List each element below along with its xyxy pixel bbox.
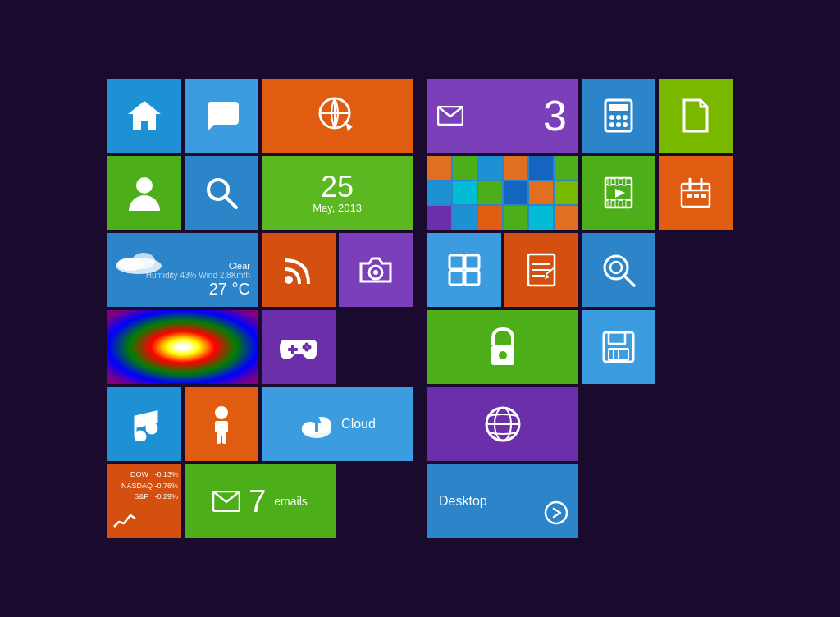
games-tile[interactable] bbox=[262, 310, 336, 384]
svg-rect-55 bbox=[687, 194, 692, 198]
mail-icon2 bbox=[437, 106, 463, 126]
stocks-tile[interactable]: DOW -0.13% NASDAQ -0.76% S&P -0.29% bbox=[107, 464, 181, 538]
svg-point-12 bbox=[373, 270, 378, 275]
tile-row: 3 bbox=[427, 79, 733, 153]
svg-point-40 bbox=[623, 122, 628, 127]
notepad-icon bbox=[527, 253, 556, 287]
temperature: 27 °C bbox=[146, 280, 250, 299]
svg-point-35 bbox=[609, 115, 614, 120]
svg-rect-34 bbox=[609, 104, 628, 111]
svg-rect-58 bbox=[450, 255, 463, 269]
date-tile[interactable]: 25 May, 2013 bbox=[262, 156, 413, 230]
tile-row: 25 May, 2013 bbox=[107, 156, 413, 230]
tile-group-right: 3 bbox=[427, 79, 733, 538]
svg-point-10 bbox=[285, 276, 293, 284]
svg-rect-25 bbox=[217, 434, 221, 444]
camera-tile[interactable] bbox=[339, 233, 413, 307]
tile-row bbox=[107, 79, 413, 153]
email7-tile[interactable]: 7 emails bbox=[185, 464, 336, 538]
svg-rect-45 bbox=[615, 178, 619, 185]
document-icon bbox=[682, 98, 709, 133]
svg-point-17 bbox=[305, 343, 309, 347]
svg-point-4 bbox=[136, 177, 153, 194]
search-tile[interactable] bbox=[185, 156, 258, 230]
home-tile[interactable] bbox=[107, 79, 181, 153]
date-display: 25 May, 2013 bbox=[306, 166, 368, 221]
svg-rect-24 bbox=[224, 421, 228, 432]
internet-tile[interactable] bbox=[262, 79, 413, 153]
svg-point-19 bbox=[135, 432, 145, 441]
svg-line-6 bbox=[226, 197, 236, 208]
stock-data: DOW -0.13% NASDAQ -0.76% S&P -0.29% bbox=[121, 469, 178, 503]
email-count: 7 bbox=[249, 486, 266, 517]
svg-marker-50 bbox=[615, 189, 625, 198]
svg-rect-14 bbox=[288, 348, 298, 351]
tile-row bbox=[427, 387, 733, 461]
globe-cursor-icon bbox=[317, 95, 358, 136]
rss-tile[interactable] bbox=[262, 233, 336, 307]
person2-icon bbox=[207, 404, 236, 444]
tile-row: Cloud bbox=[107, 387, 413, 461]
weather-tile[interactable]: Clear Humidity 43% Wind 2.8Km/h 27 °C bbox=[107, 233, 258, 307]
windows-icon bbox=[448, 254, 481, 286]
weather-detail: Humidity 43% Wind 2.8Km/h bbox=[146, 271, 250, 280]
cloud-upload-icon bbox=[299, 409, 335, 440]
desktop-tile[interactable]: Desktop bbox=[427, 464, 578, 538]
film-search-tile[interactable] bbox=[582, 233, 655, 307]
weather-condition: Clear bbox=[146, 261, 250, 271]
messaging-tile[interactable] bbox=[185, 79, 258, 153]
lock-tile[interactable] bbox=[427, 310, 578, 384]
svg-rect-48 bbox=[615, 199, 619, 207]
svg-point-18 bbox=[305, 348, 309, 352]
svg-point-39 bbox=[616, 122, 621, 127]
svg-rect-60 bbox=[450, 271, 463, 285]
day-number: 25 bbox=[313, 172, 362, 202]
svg-line-69 bbox=[624, 276, 634, 286]
mail-count-badge: 3 bbox=[543, 94, 567, 137]
svg-rect-26 bbox=[222, 434, 226, 444]
gamepad-icon bbox=[280, 333, 317, 361]
rss-icon bbox=[283, 254, 314, 286]
tile-row bbox=[427, 310, 733, 384]
tile-row bbox=[427, 233, 733, 307]
windows-tile[interactable] bbox=[427, 233, 501, 307]
film-icon bbox=[604, 176, 633, 209]
document-tile[interactable] bbox=[659, 79, 733, 153]
chat-icon bbox=[204, 100, 239, 131]
globe2-icon bbox=[483, 404, 523, 444]
tile-row: Desktop bbox=[427, 464, 733, 538]
month-year: May, 2013 bbox=[313, 202, 362, 214]
svg-rect-44 bbox=[608, 178, 611, 185]
svg-point-38 bbox=[609, 122, 614, 127]
svg-point-37 bbox=[623, 115, 628, 120]
people-tile[interactable] bbox=[107, 156, 181, 230]
arrow-icon bbox=[544, 500, 568, 528]
svg-point-36 bbox=[616, 115, 621, 120]
calendar-icon bbox=[680, 177, 711, 208]
svg-point-71 bbox=[499, 351, 507, 359]
film-search-icon bbox=[601, 253, 636, 287]
cloud-label: Cloud bbox=[341, 417, 376, 432]
globe2-tile[interactable] bbox=[427, 387, 578, 461]
tile-row: DOW -0.13% NASDAQ -0.76% S&P -0.29% 7 em… bbox=[107, 464, 413, 538]
music-icon bbox=[129, 407, 160, 441]
svg-point-80 bbox=[546, 502, 567, 523]
calculator-icon bbox=[604, 98, 633, 133]
floppy-tile[interactable] bbox=[582, 310, 655, 384]
film-tile[interactable] bbox=[582, 156, 655, 230]
mail-icon bbox=[212, 491, 240, 512]
music-tile[interactable] bbox=[107, 387, 181, 461]
calendar-tile[interactable] bbox=[659, 156, 733, 230]
people2-tile[interactable] bbox=[185, 387, 258, 461]
svg-point-21 bbox=[215, 406, 228, 419]
mail3-tile[interactable]: 3 bbox=[427, 79, 578, 153]
calculator-tile[interactable] bbox=[582, 79, 655, 153]
lock-icon bbox=[486, 327, 519, 367]
start-screen: 25 May, 2013 Clear Humidity 43% Wind 2.8… bbox=[107, 79, 733, 538]
burst-tile[interactable] bbox=[107, 310, 258, 384]
notepad-tile[interactable] bbox=[504, 233, 578, 307]
camera-icon bbox=[358, 255, 394, 285]
colorblocks-tile[interactable] bbox=[427, 156, 578, 230]
cloud-tile[interactable]: Cloud bbox=[262, 387, 413, 461]
tile-group-left: 25 May, 2013 Clear Humidity 43% Wind 2.8… bbox=[107, 79, 413, 538]
